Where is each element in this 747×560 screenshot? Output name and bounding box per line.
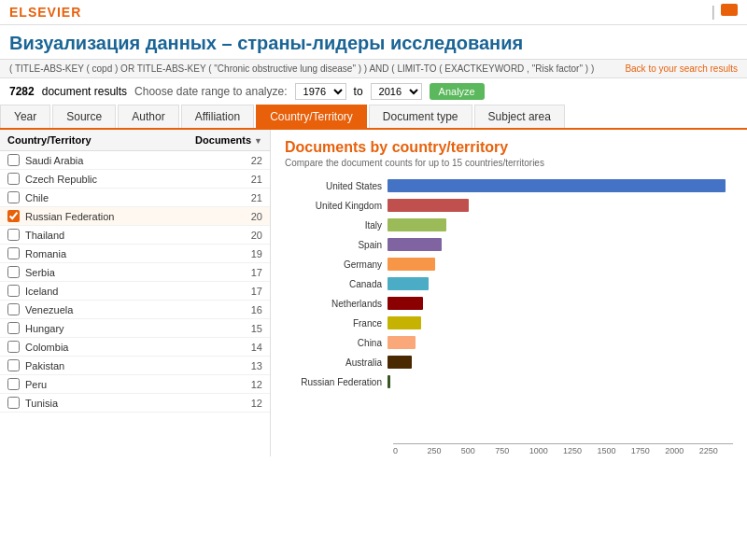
chart-row: Netherlands [285,295,733,312]
chart-row: Italy [285,217,733,233]
country-checkbox[interactable] [7,303,20,315]
list-item: Thailand20 [0,226,270,245]
bar-container [388,356,733,369]
country-name: Tunisia [25,398,251,409]
query-text: ( TITLE-ABS-KEY ( copd ) OR TITLE-ABS-KE… [9,63,594,74]
country-checkbox[interactable] [7,154,20,166]
x-tick: 2250 [699,446,733,455]
chart-row: China [285,334,733,351]
chart-bar-label: Canada [285,279,388,289]
x-tick: 2000 [665,446,698,455]
country-checkbox[interactable] [7,247,20,259]
x-tick: 500 [461,446,495,455]
country-count: 12 [251,398,262,409]
x-tick: 1500 [597,446,630,455]
date-range-label: Choose date range to analyze: [134,85,287,98]
country-name: Russian Federation [25,211,251,222]
query-bar: ( TITLE-ABS-KEY ( copd ) OR TITLE-ABS-KE… [0,59,747,78]
tab-source[interactable]: Source [52,105,116,128]
chart-row: Spain [285,236,733,253]
separator-icon: | [712,4,715,21]
country-name: Czech Republic [25,174,251,185]
back-to-results-link[interactable]: Back to your search results [625,63,738,74]
bar-container [388,218,733,231]
bar-container [388,297,733,310]
header: ELSEVIER | [0,0,747,25]
country-checkbox[interactable] [7,341,20,353]
country-count: 16 [251,304,262,315]
country-checkbox[interactable] [7,266,20,278]
to-year-select[interactable]: 2016 [371,83,422,100]
results-bar: 7282 document results Choose date range … [0,78,747,105]
country-name: Hungary [25,323,251,334]
country-checkbox[interactable] [7,359,20,371]
list-item: Colombia14 [0,338,270,357]
analyze-button[interactable]: Analyze [430,83,485,100]
x-tick: 1000 [529,446,563,455]
country-col-header: Country/Territory [7,134,92,146]
chart-bar-label: United Kingdom [285,201,388,211]
left-panel-header: Country/Territory Documents ▼ [0,130,270,151]
country-name: Iceland [25,286,251,297]
chart-row: Australia [285,354,733,371]
country-count: 21 [251,192,262,203]
country-name: Saudi Arabia [25,155,251,166]
chart-bar-label: Germany [285,259,388,270]
country-list: Saudi Arabia22Czech Republic21Chile21Rus… [0,151,270,413]
country-count: 20 [251,211,262,222]
header-icons: | [712,4,738,21]
bar-container [388,336,733,349]
country-checkbox[interactable] [7,210,20,222]
list-item: Russian Federation20 [0,207,270,226]
tab-doctype[interactable]: Document type [369,105,472,128]
country-checkbox[interactable] [7,285,20,297]
chart-bar-label: United States [285,181,388,191]
chart-row: Germany [285,256,733,273]
country-count: 14 [251,342,262,353]
chart-row: United Kingdom [285,197,733,214]
tab-subject[interactable]: Subject area [474,105,565,128]
country-count: 22 [251,155,262,166]
country-count: 21 [251,174,262,185]
bar-container [388,238,733,251]
country-checkbox[interactable] [7,397,20,409]
country-count: 19 [251,248,262,259]
chart-bar-label: Netherlands [285,299,388,309]
list-item: Hungary15 [0,319,270,338]
page-title: Визуализация данных – страны-лидеры иссл… [9,31,738,55]
country-checkbox[interactable] [7,322,20,334]
bar [388,179,726,192]
bar-container [388,199,733,212]
bar-chart: United StatesUnited KingdomItalySpainGer… [285,177,733,443]
x-tick: 1750 [631,446,665,455]
bar [388,316,421,329]
country-name: Chile [25,192,251,203]
country-checkbox[interactable] [7,229,20,241]
from-year-select[interactable]: 1976 [295,83,346,100]
bar [388,336,416,349]
tab-affiliation[interactable]: Affiliation [181,105,254,128]
country-checkbox[interactable] [7,173,20,185]
chart-row: France [285,315,733,331]
chart-bar-label: Spain [285,240,388,250]
window-icon[interactable] [721,4,738,16]
country-count: 20 [251,230,262,241]
country-checkbox[interactable] [7,378,20,390]
x-tick: 1250 [563,446,597,455]
list-item: Peru12 [0,375,270,394]
main-content: Country/Territory Documents ▼ Saudi Arab… [0,130,747,456]
tab-country[interactable]: Country/Territory [256,105,367,128]
country-count: 15 [251,323,262,334]
chart-bar-label: France [285,318,388,329]
x-tick: 0 [393,446,427,455]
results-count: 7282 [9,85,35,98]
list-item: Czech Republic21 [0,170,270,189]
chart-bar-label: China [285,338,388,348]
country-checkbox[interactable] [7,191,20,203]
tab-year[interactable]: Year [0,105,50,128]
bar [388,199,469,212]
country-count: 12 [251,379,262,390]
chart-title: Documents by country/territory [285,139,733,156]
chart-bar-label: Russian Federation [285,377,388,387]
tab-author[interactable]: Author [118,105,178,128]
